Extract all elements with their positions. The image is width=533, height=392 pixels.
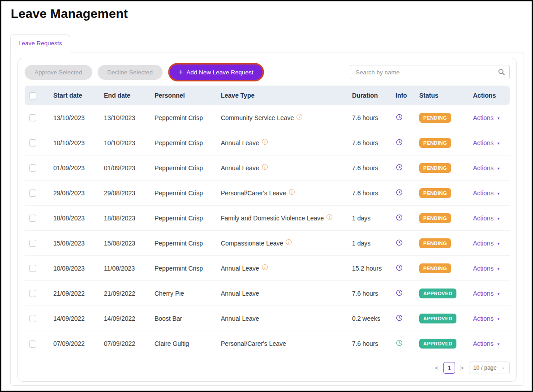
- personnel-cell: Peppermint Crisp: [155, 265, 221, 272]
- table-row: 14/09/2022 14/09/2022 Boost Bar Annual L…: [25, 306, 510, 331]
- leave-type-cell: Community Service Leavei: [221, 114, 352, 121]
- info-icon[interactable]: i: [262, 164, 268, 170]
- info-cell: [394, 113, 419, 122]
- status-badge: PENDING: [419, 113, 451, 123]
- tab-bar: Leave Requests: [10, 34, 532, 52]
- row-checkbox[interactable]: [29, 265, 36, 272]
- caret-down-icon: ▼: [497, 192, 500, 196]
- actions-dropdown[interactable]: Actions▼: [473, 215, 500, 222]
- clock-icon[interactable]: [395, 239, 403, 246]
- pagination-next-icon[interactable]: >: [460, 364, 464, 371]
- search-container: [350, 65, 510, 79]
- duration-cell: 1 days: [352, 215, 394, 222]
- actions-dropdown[interactable]: Actions▼: [473, 139, 500, 146]
- caret-down-icon: ▼: [497, 167, 500, 171]
- end-date-cell: 29/08/2023: [104, 190, 155, 197]
- row-checkbox[interactable]: [29, 315, 36, 322]
- clock-icon[interactable]: [395, 339, 403, 347]
- search-icon[interactable]: [498, 68, 505, 76]
- row-checkbox[interactable]: [29, 240, 36, 247]
- header-start-date: Start date: [53, 92, 104, 99]
- actions-cell: Actions▼: [473, 240, 510, 247]
- start-date-cell: 10/08/2023: [53, 265, 104, 272]
- info-icon[interactable]: i: [286, 239, 292, 245]
- actions-dropdown[interactable]: Actions▼: [473, 164, 500, 172]
- status-cell: PENDING: [419, 113, 473, 123]
- row-checkbox[interactable]: [29, 164, 36, 172]
- row-checkbox[interactable]: [29, 190, 36, 197]
- clock-icon[interactable]: [395, 189, 403, 196]
- status-cell: APPROVED: [419, 314, 473, 323]
- search-input[interactable]: [350, 65, 510, 79]
- actions-dropdown[interactable]: Actions▼: [473, 315, 500, 322]
- end-date-cell: 10/10/2023: [104, 139, 155, 146]
- clock-icon[interactable]: [395, 214, 403, 221]
- clock-icon[interactable]: [395, 264, 403, 271]
- leave-type-cell: Annual Leave: [221, 315, 352, 322]
- add-button-label: Add New Leave Request: [186, 69, 253, 76]
- duration-cell: 7.6 hours: [352, 164, 394, 172]
- page-size-value: 10 / page: [473, 365, 497, 371]
- info-cell: [394, 164, 419, 172]
- actions-dropdown[interactable]: Actions▼: [473, 290, 500, 297]
- clock-icon[interactable]: [395, 138, 403, 146]
- end-date-cell: 15/08/2023: [104, 240, 155, 247]
- actions-cell: Actions▼: [473, 290, 510, 297]
- status-cell: PENDING: [419, 163, 473, 173]
- info-icon[interactable]: i: [262, 139, 268, 145]
- select-all-checkbox[interactable]: [29, 92, 36, 99]
- actions-cell: Actions▼: [473, 190, 510, 197]
- header-leave-type: Leave Type: [221, 92, 352, 99]
- actions-dropdown[interactable]: Actions▼: [473, 240, 500, 247]
- caret-down-icon: ▼: [497, 242, 500, 246]
- info-icon[interactable]: i: [297, 114, 302, 120]
- table-header-row: Start date End date Personnel Leave Type…: [25, 86, 510, 105]
- leave-type-cell: Family and Domestic Violence Leavei: [221, 214, 352, 222]
- caret-down-icon: ▼: [497, 342, 500, 346]
- clock-icon[interactable]: [395, 289, 403, 297]
- table-row: 15/08/2023 15/08/2023 Peppermint Crisp C…: [25, 231, 510, 256]
- info-icon[interactable]: i: [262, 264, 268, 270]
- plus-icon: +: [179, 69, 183, 76]
- actions-dropdown[interactable]: Actions▼: [473, 114, 500, 121]
- clock-icon[interactable]: [395, 113, 403, 121]
- row-checkbox[interactable]: [29, 290, 36, 297]
- info-cell: [394, 138, 419, 147]
- actions-dropdown[interactable]: Actions▼: [473, 340, 500, 347]
- leave-requests-card: Approve Selected Decline Selected + Add …: [17, 58, 517, 382]
- app-window: Leave Management Leave Requests Approve …: [0, 0, 533, 392]
- decline-selected-button[interactable]: Decline Selected: [98, 65, 163, 80]
- leave-requests-table: Start date End date Personnel Leave Type…: [25, 86, 510, 356]
- leave-type-cell: Personal/Carer's Leavei: [221, 189, 352, 197]
- tab-leave-requests[interactable]: Leave Requests: [10, 34, 70, 52]
- row-checkbox[interactable]: [29, 139, 36, 146]
- actions-dropdown[interactable]: Actions▼: [473, 265, 500, 272]
- table-row: 10/10/2023 10/10/2023 Peppermint Crisp A…: [25, 130, 510, 155]
- caret-down-icon: ▼: [497, 217, 500, 221]
- row-checkbox[interactable]: [29, 114, 36, 121]
- info-icon[interactable]: i: [327, 214, 332, 220]
- header-status: Status: [419, 92, 473, 99]
- info-icon[interactable]: i: [289, 189, 295, 195]
- status-cell: APPROVED: [419, 289, 473, 298]
- row-checkbox[interactable]: [29, 340, 36, 348]
- pagination-prev-icon[interactable]: <: [435, 364, 438, 371]
- add-new-leave-request-button[interactable]: + Add New Leave Request: [170, 65, 262, 80]
- duration-cell: 7.6 hours: [352, 190, 394, 197]
- personnel-cell: Peppermint Crisp: [155, 114, 221, 121]
- leave-type-cell: Annual Leavei: [221, 164, 352, 172]
- status-cell: APPROVED: [419, 339, 473, 349]
- table-body: 13/10/2023 13/10/2023 Peppermint Crisp C…: [25, 105, 510, 356]
- tab-content-panel: Approve Selected Decline Selected + Add …: [10, 52, 524, 386]
- row-checkbox[interactable]: [29, 215, 36, 222]
- clock-icon[interactable]: [395, 164, 403, 171]
- table-row: 01/09/2023 01/09/2023 Peppermint Crisp A…: [25, 155, 510, 181]
- clock-icon[interactable]: [395, 314, 403, 322]
- personnel-cell: Boost Bar: [155, 315, 221, 322]
- actions-dropdown[interactable]: Actions▼: [473, 190, 500, 197]
- table-row: 07/09/2022 07/09/2022 Claire Gultig Pers…: [25, 331, 510, 356]
- toolbar: Approve Selected Decline Selected + Add …: [25, 65, 510, 80]
- approve-selected-button[interactable]: Approve Selected: [25, 65, 92, 80]
- pagination-page-1[interactable]: 1: [443, 362, 455, 374]
- page-size-select[interactable]: 10 / page ⌄: [469, 362, 510, 374]
